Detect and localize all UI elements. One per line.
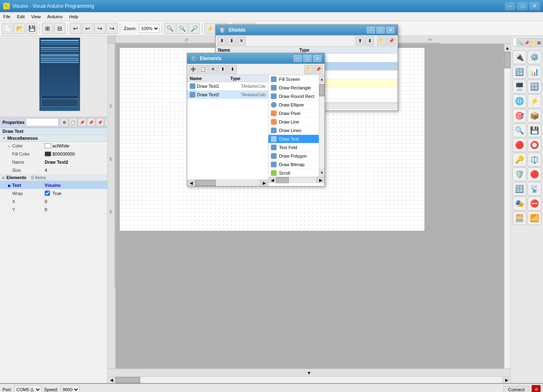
elem-right-scroll-right[interactable]: ▶: [316, 177, 325, 183]
speed-select[interactable]: 9600: [61, 385, 80, 392]
elem-tool-copy[interactable]: 📋: [199, 65, 208, 74]
comp-btn-15[interactable]: 🔑: [513, 153, 526, 167]
right-search-btn[interactable]: 🔍: [517, 38, 523, 47]
scroll-up-btn[interactable]: ▲: [504, 44, 511, 52]
elem-drop-draw-polygon[interactable]: Draw Polygon: [268, 152, 325, 160]
elements-maximize-btn[interactable]: □: [303, 55, 312, 62]
comp-btn-17[interactable]: 🛡️: [513, 167, 526, 181]
elem-right-scroll-left[interactable]: ◀: [268, 177, 277, 183]
right-toolbar-search[interactable]: [513, 37, 517, 46]
comp-btn-10[interactable]: 📦: [528, 109, 541, 123]
right-cat-btn[interactable]: 📁: [530, 38, 536, 47]
prop-tool-1[interactable]: ⚙: [60, 118, 68, 126]
elem-right-scroll-thumb[interactable]: [277, 177, 289, 183]
prop-tool-pin[interactable]: 📌: [96, 118, 104, 126]
elem-tool-up[interactable]: ⬆: [218, 65, 227, 74]
redo2-button[interactable]: ↪: [106, 23, 118, 34]
zoom-reset-button[interactable]: 🔎: [188, 23, 200, 34]
open-button[interactable]: 📂: [14, 23, 25, 34]
shields-tool-2[interactable]: ⬇: [227, 37, 236, 45]
scroll-thumb-v[interactable]: [504, 52, 511, 68]
elem-scroll-down[interactable]: ▼: [319, 169, 325, 177]
elem-tool-del[interactable]: ✕: [208, 65, 217, 74]
shields-tool-4[interactable]: ⬆: [355, 37, 364, 45]
comp-btn-18[interactable]: 🔴: [528, 167, 541, 181]
minimize-button[interactable]: ─: [505, 2, 515, 10]
scroll-right-btn[interactable]: ▶: [502, 377, 511, 383]
scroll-down-btn[interactable]: ▼: [108, 368, 511, 377]
elements-close-btn[interactable]: ✕: [313, 55, 321, 62]
undo-button[interactable]: ↩: [70, 23, 81, 34]
elem-pin-btn[interactable]: 📌: [314, 65, 323, 74]
grid-button[interactable]: ⊞: [42, 23, 53, 34]
elem-scroll-left[interactable]: ◀: [187, 180, 195, 186]
canvas-hscrollbar[interactable]: ◀ ▶: [108, 377, 511, 383]
elem-drop-draw-line[interactable]: Draw Line: [268, 118, 325, 126]
elem-scroll-right[interactable]: ▶: [260, 180, 268, 186]
elem-drop-draw-pixel[interactable]: Draw Pixel: [268, 109, 325, 118]
comp-btn-2[interactable]: ⚙️: [528, 50, 541, 64]
comp-btn-9[interactable]: 🎯: [513, 109, 526, 123]
right-pin-btn[interactable]: 📌: [524, 38, 530, 47]
elem-folder-btn[interactable]: 📁: [304, 65, 313, 74]
undo2-button[interactable]: ↩: [82, 23, 93, 34]
elem-drop-text-feld[interactable]: Text Feld: [268, 143, 325, 152]
zoom-in2-button[interactable]: 🔍: [176, 23, 188, 34]
comp-btn-16[interactable]: ⚖️: [528, 153, 541, 167]
right-sort-btn[interactable]: ⊞: [537, 38, 541, 47]
shields-maximize-btn[interactable]: □: [376, 27, 385, 33]
comp-btn-1[interactable]: 🔌: [513, 50, 526, 64]
elem-right-scrollbar[interactable]: ◀ ▶: [268, 177, 325, 183]
menu-help[interactable]: Help: [66, 12, 82, 21]
comp-btn-12[interactable]: 💾: [528, 123, 541, 137]
elements-section-header[interactable]: ▷ Elements 0 Items: [0, 174, 107, 181]
elem-drop-draw-lines[interactable]: Draw Lines: [268, 126, 325, 135]
port-select[interactable]: COM5 (L: [14, 385, 41, 392]
menu-arduino[interactable]: Arduino: [44, 12, 66, 21]
comp-btn-5[interactable]: 🖥️: [513, 80, 526, 93]
zoom-in-button[interactable]: 🔍: [164, 23, 175, 34]
elem-tool-down[interactable]: ⬇: [228, 65, 237, 74]
elem-drop-draw-round-rect[interactable]: Draw Round Rect: [268, 92, 325, 101]
properties-search[interactable]: [26, 118, 58, 126]
connect-button[interactable]: Connect: [504, 386, 529, 392]
comp-btn-11[interactable]: 🔍: [513, 123, 526, 137]
elem-row-0[interactable]: Draw Text1 TArduinoColo: [187, 82, 268, 91]
comp-btn-13[interactable]: 🔴: [513, 138, 526, 152]
shields-tool-5[interactable]: ⬇: [365, 37, 374, 45]
maximize-button[interactable]: □: [517, 2, 528, 10]
menu-edit[interactable]: Edit: [14, 12, 28, 21]
menu-file[interactable]: File: [0, 12, 14, 21]
elem-row-1[interactable]: Draw Text2 TArduinoColo: [187, 91, 268, 99]
elem-tool-add[interactable]: ➕: [189, 65, 198, 74]
prop-tool-x[interactable]: ✕: [105, 118, 107, 126]
elem-list-scrollbar[interactable]: ◀ ▶: [187, 180, 268, 186]
comp-btn-7[interactable]: 🌐: [513, 94, 526, 108]
comp-btn-24[interactable]: 📶: [528, 211, 541, 225]
comp-btn-21[interactable]: 🎭: [513, 197, 526, 210]
elem-scroll-thumb[interactable]: [195, 180, 216, 186]
scroll-left-btn[interactable]: ◀: [108, 377, 116, 383]
shields-folder-btn[interactable]: 📁: [377, 37, 386, 45]
scroll-thumb-h[interactable]: [116, 377, 140, 383]
shields-add-btn[interactable]: 📌: [387, 37, 396, 45]
comp-btn-23[interactable]: 🧮: [513, 211, 526, 225]
comp-btn-3[interactable]: 🔢: [513, 65, 526, 79]
menu-view[interactable]: View: [28, 12, 44, 21]
comp-btn-20[interactable]: 📡: [528, 182, 541, 196]
disconnect-button[interactable]: ⊘: [532, 385, 541, 392]
save-button[interactable]: 💾: [26, 23, 37, 34]
canvas-vscrollbar[interactable]: ▲ ▼: [504, 44, 511, 377]
close-button[interactable]: ✕: [529, 2, 540, 10]
elem-scroll-up[interactable]: ▲: [319, 75, 325, 83]
shields-minimize-btn[interactable]: ─: [367, 27, 375, 33]
elem-vscroll-thumb[interactable]: [319, 84, 325, 96]
shields-tool-1[interactable]: ⬆: [217, 37, 226, 45]
comp-btn-14[interactable]: ⭕: [528, 138, 541, 152]
compile-button[interactable]: ⚡: [204, 23, 216, 34]
elem-drop-draw-bitmap[interactable]: Draw Bitmap: [268, 160, 325, 169]
comp-btn-8[interactable]: ⚡: [528, 94, 541, 108]
misc-section-header[interactable]: ▼ Miscellaneous: [0, 135, 107, 142]
redo-button[interactable]: ↪: [94, 23, 106, 34]
new-button[interactable]: 📄: [2, 23, 13, 34]
